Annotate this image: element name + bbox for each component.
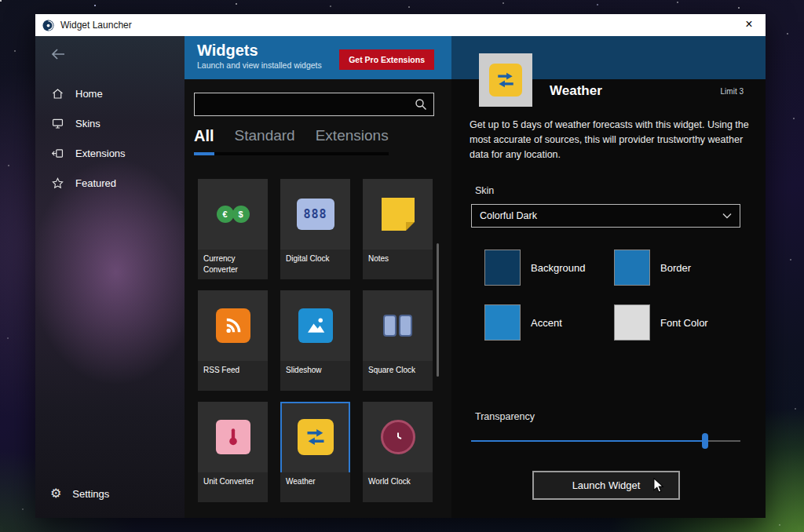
widget-tile-square-clock[interactable]: Square Clock	[363, 290, 433, 391]
skin-label: Skin	[475, 185, 494, 196]
weather-icon-large	[489, 64, 522, 97]
widget-tile-rss-feed[interactable]: RSS Feed	[198, 290, 268, 391]
swatch-label: Accent	[531, 317, 562, 329]
accent-color-swatch[interactable]	[484, 304, 521, 341]
limit-badge: Limit 3	[721, 87, 744, 96]
sidebar-item-settings[interactable]: ⚙ Settings	[35, 480, 185, 507]
widget-tile-label: RSS Feed	[198, 361, 268, 391]
widget-tile-label: Digital Clock	[280, 250, 350, 279]
unit-converter-icon	[198, 402, 268, 472]
widget-tile-label: Slideshow	[280, 361, 350, 391]
border-color-swatch[interactable]	[614, 250, 650, 286]
sidebar-item-label: Home	[75, 88, 103, 100]
sidebar-item-extensions[interactable]: Extensions	[35, 140, 185, 166]
sidebar-item-label: Extensions	[75, 148, 126, 159]
widget-tile-digital-clock[interactable]: 888 Digital Clock	[280, 179, 350, 279]
titlebar[interactable]: Widget Launcher ×	[35, 14, 766, 36]
tab-extensions[interactable]: Extensions	[316, 127, 389, 152]
font-color-item: Font Color	[614, 304, 708, 341]
skin-dropdown[interactable]: Colorful Dark	[471, 204, 740, 228]
home-icon	[50, 87, 64, 100]
close-button[interactable]: ×	[733, 14, 766, 36]
widget-tile-label: World Clock	[363, 472, 433, 502]
tab-all[interactable]: All	[194, 127, 214, 152]
background-color-swatch[interactable]	[484, 250, 521, 286]
search-box	[194, 93, 434, 116]
dollar-coin-glyph: $	[232, 206, 250, 223]
chevron-down-icon	[722, 213, 732, 219]
tab-bar: All Standard Extensions	[194, 127, 389, 155]
app-logo-icon	[42, 20, 54, 31]
detail-title: Weather	[550, 83, 602, 99]
swatch-label: Font Color	[660, 317, 708, 329]
widgets-header: Widgets Launch and view installed widget…	[185, 36, 451, 79]
widget-tile-label: Square Clock	[363, 361, 433, 391]
rss-feed-icon	[198, 290, 268, 361]
slideshow-icon	[280, 290, 350, 361]
widget-tile-label: Weather	[280, 472, 350, 502]
desktop-wallpaper: Widget Launcher × Home	[0, 0, 804, 532]
sidebar-item-label: Skins	[75, 118, 100, 129]
widget-tile-label: Currency Converter	[198, 250, 268, 279]
widget-tile-slideshow[interactable]: Slideshow	[280, 290, 350, 391]
slider-thumb[interactable]	[702, 433, 708, 449]
widget-detail-panel: Weather Limit 3 Get up to 5 days of weat…	[451, 36, 766, 518]
skin-dropdown-value: Colorful Dark	[480, 210, 537, 221]
star-icon	[50, 177, 64, 190]
app-body: Home Skins Extensions	[35, 36, 766, 518]
back-arrow-icon	[49, 46, 67, 62]
back-button[interactable]	[48, 44, 68, 64]
widgets-panel: Widgets Launch and view installed widget…	[185, 36, 451, 518]
tab-standard[interactable]: Standard	[235, 127, 295, 152]
sidebar-item-home[interactable]: Home	[35, 80, 185, 107]
widget-tile-label: Notes	[363, 250, 433, 279]
sidebar-item-label: Settings	[72, 488, 109, 500]
swatch-label: Border	[660, 262, 691, 274]
currency-converter-icon: € $	[198, 179, 268, 250]
grid-scrollbar[interactable]	[437, 243, 439, 377]
gear-icon: ⚙	[50, 487, 61, 500]
widget-tile-weather[interactable]: Weather	[280, 402, 350, 502]
search-icon	[415, 98, 427, 111]
widget-tile-currency-converter[interactable]: € $ Currency Converter	[198, 179, 268, 279]
weather-icon	[280, 402, 350, 472]
font-color-swatch[interactable]	[614, 304, 650, 341]
widget-tile-notes[interactable]: Notes	[363, 179, 433, 279]
sidebar: Home Skins Extensions	[35, 36, 185, 518]
widget-description: Get up to 5 days of weather forecasts wi…	[470, 118, 749, 162]
widget-tile-unit-converter[interactable]: Unit Converter	[198, 402, 268, 502]
extensions-icon	[50, 147, 64, 160]
search-input[interactable]	[194, 93, 434, 116]
transparency-label: Transparency	[475, 411, 535, 422]
transparency-slider[interactable]	[471, 433, 740, 449]
sidebar-item-featured[interactable]: Featured	[35, 169, 185, 196]
launch-widget-button[interactable]: Launch Widget	[532, 471, 680, 500]
square-clock-icon	[363, 290, 433, 361]
get-pro-extensions-button[interactable]: Get Pro Extensions	[339, 49, 434, 70]
skins-icon	[50, 117, 64, 130]
sidebar-item-label: Featured	[75, 177, 116, 189]
digital-clock-icon: 888	[280, 179, 350, 250]
sidebar-item-skins[interactable]: Skins	[35, 110, 185, 137]
euro-coin-glyph: €	[217, 206, 234, 223]
accent-color-item: Accent	[484, 304, 562, 341]
background-color-item: Background	[484, 250, 585, 286]
border-color-item: Border	[614, 250, 691, 286]
notes-icon	[363, 179, 433, 250]
widget-grid: € $ Currency Converter 888 Digital Clock	[198, 179, 433, 502]
widget-tile-world-clock[interactable]: World Clock	[363, 402, 433, 502]
window-title: Widget Launcher	[60, 20, 132, 31]
world-clock-icon	[363, 402, 433, 472]
swatch-label: Background	[531, 262, 585, 274]
selected-widget-preview	[479, 53, 532, 107]
widget-tile-label: Unit Converter	[198, 472, 268, 502]
slider-fill	[471, 440, 705, 442]
widget-launcher-window: Widget Launcher × Home	[35, 14, 766, 518]
